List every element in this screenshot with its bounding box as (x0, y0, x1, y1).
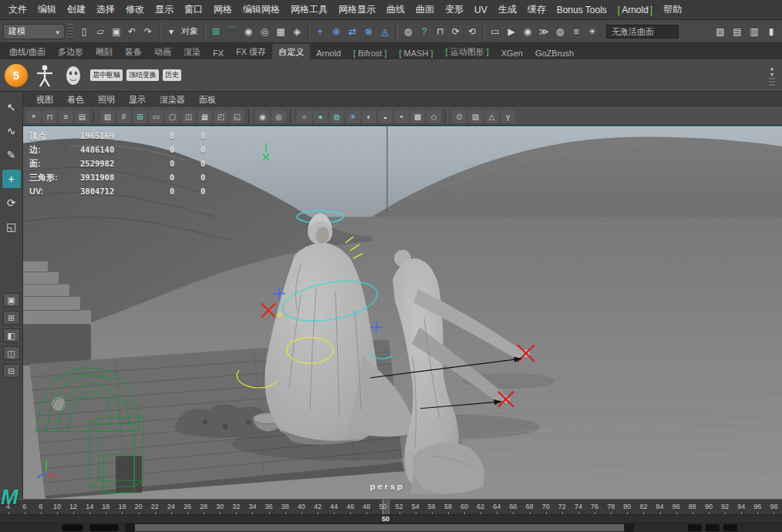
frame-tick[interactable]: 22 (147, 500, 163, 514)
highlight-selection-icon[interactable]: ◍ (400, 24, 416, 39)
frame-tick[interactable]: 38 (277, 500, 293, 514)
shelf-tab[interactable]: 雕刻 (89, 44, 119, 59)
bookmarks-icon[interactable]: ▤ (75, 110, 89, 123)
modeling-toolkit-icon[interactable]: ▧ (713, 24, 728, 39)
shelf-scroll-up-icon[interactable]: ▲ (770, 66, 775, 71)
menu-item[interactable]: 曲线 (381, 3, 410, 16)
frame-tick[interactable]: 78 (603, 500, 619, 514)
film-gate-icon[interactable]: ▭ (149, 110, 163, 123)
range-start-handle[interactable] (125, 524, 135, 532)
isolate-select-icon[interactable]: ⊙ (452, 110, 467, 123)
shelf-tab[interactable]: GoZBrush (529, 46, 580, 59)
menu-item[interactable]: 帮助 (658, 3, 687, 16)
new-scene-icon[interactable]: ▯ (76, 24, 92, 39)
safe-title-icon[interactable]: ◱ (230, 110, 244, 123)
frame-tick[interactable]: 84 (652, 500, 668, 514)
resolution-gate-icon[interactable]: ▢ (165, 110, 180, 123)
frame-tick[interactable]: 66 (505, 500, 521, 514)
render-sequence-icon[interactable]: ≫ (536, 24, 551, 39)
frame-tick[interactable]: 92 (717, 500, 733, 514)
frame-tick[interactable]: 98 (766, 500, 782, 514)
frame-tick[interactable]: 90 (700, 500, 716, 514)
panel-menu-item[interactable]: 显示 (122, 94, 153, 106)
motion-blur-icon[interactable]: ◓ (394, 110, 409, 123)
depth-of-field-icon[interactable]: ◇ (426, 110, 441, 123)
save-scene-icon[interactable]: ▣ (109, 24, 124, 39)
selection-mode-label[interactable]: 对象 (181, 25, 198, 37)
menu-item[interactable]: UV (469, 5, 493, 15)
playback-option-button[interactable] (706, 524, 720, 531)
frame-tick[interactable]: 10 (49, 500, 65, 514)
menu-item[interactable]: 显示 (150, 3, 179, 16)
shelf-script-button[interactable]: 居中枢轴 (90, 69, 123, 80)
smooth-shade-icon[interactable]: ● (313, 110, 328, 123)
field-chart-icon[interactable]: ▦ (197, 110, 212, 123)
layout-persp-top[interactable]: ◫ (3, 346, 20, 360)
frame-tick[interactable]: 32 (228, 500, 244, 514)
menu-item[interactable]: 生成 (493, 3, 522, 16)
frame-tick[interactable]: 34 (244, 500, 261, 514)
frame-tick[interactable]: 30 (212, 500, 228, 514)
panel-menu-item[interactable]: 视图 (29, 94, 60, 106)
arnold-render-icon[interactable]: ◍ (552, 24, 568, 39)
menu-item[interactable]: 文件 (3, 3, 32, 16)
soft-select-icon[interactable]: ⊗ (361, 24, 376, 39)
frame-tick[interactable]: 8 (32, 500, 49, 514)
frame-tick[interactable]: 56 (423, 500, 440, 514)
input-connections-icon[interactable]: + (312, 24, 328, 39)
screen-space-ao-icon[interactable]: ◒ (378, 110, 393, 123)
current-frame-marker[interactable] (383, 500, 389, 514)
snap-to-grid-icon[interactable]: ⊞ (208, 24, 224, 39)
x-ray-icon[interactable]: ▨ (468, 110, 483, 123)
frame-tick[interactable]: 72 (554, 500, 570, 514)
menu-item[interactable]: 修改 (120, 3, 150, 16)
panel-menu-item[interactable]: 面板 (192, 94, 223, 106)
menu-item[interactable]: 网格显示 (333, 3, 381, 16)
face-mask-shelf-button[interactable] (62, 63, 85, 88)
shelf-tab[interactable]: 自定义 (272, 44, 310, 59)
panel-menu-item[interactable]: 照明 (91, 94, 122, 106)
camera-label[interactable]: persp (370, 482, 405, 491)
output-connections-icon[interactable]: ⊕ (329, 24, 344, 39)
menu-set-dropdown[interactable]: 建模 (3, 24, 65, 39)
shelf-scroll-down-icon[interactable]: ▼ (770, 72, 775, 77)
attribute-editor-icon[interactable]: ▤ (730, 24, 745, 39)
scale-tool[interactable]: ◱ (2, 217, 21, 236)
shelf-tab[interactable]: MASH (393, 46, 439, 59)
frame-tick[interactable]: 12 (66, 500, 82, 514)
symmetry-icon[interactable]: ⇄ (345, 24, 360, 39)
shelf-tab[interactable]: FX 缓存 (230, 44, 272, 59)
frame-tick[interactable]: 60 (457, 500, 473, 514)
shelf-tab[interactable]: 装备 (119, 44, 148, 59)
layout-persp-outliner[interactable]: ◧ (3, 328, 20, 342)
shelf-tab[interactable]: 曲线/曲面 (3, 44, 52, 59)
selection-mask-icon[interactable]: ▾ (163, 24, 179, 39)
textured-icon[interactable]: ◍ (329, 110, 344, 123)
menu-item[interactable]: Arnold (612, 5, 658, 15)
frame-tick[interactable]: 68 (521, 500, 538, 514)
frame-tick[interactable]: 24 (163, 500, 179, 514)
shadows-icon[interactable]: ◐ (362, 110, 376, 123)
frame-tick[interactable]: 16 (98, 500, 114, 514)
use-all-lights-icon[interactable]: ☀ (345, 110, 360, 123)
move-tool[interactable]: + (2, 170, 21, 188)
frame-tick[interactable]: 18 (114, 500, 130, 514)
frame-tick[interactable]: 44 (326, 500, 342, 514)
open-scene-icon[interactable]: ▱ (93, 24, 108, 39)
frame-tick[interactable]: 46 (342, 500, 359, 514)
panel-menu-item[interactable]: 渲染器 (153, 94, 192, 106)
wireframe-icon[interactable]: ○ (297, 110, 312, 123)
paint-select-tool[interactable]: ✎ (2, 146, 21, 164)
frame-tick[interactable]: 74 (570, 500, 586, 514)
menu-item[interactable]: 曲面 (410, 3, 440, 16)
exposure-icon[interactable]: △ (484, 110, 499, 123)
frame-tick[interactable]: 94 (733, 500, 750, 514)
snap-to-projected-center-icon[interactable]: ◎ (257, 24, 272, 39)
frame-tick[interactable]: 26 (179, 500, 195, 514)
menu-item[interactable]: 编辑网格 (238, 3, 285, 16)
shelf-tab[interactable]: Bifrost (347, 46, 393, 59)
viewport-panel[interactable]: 顶点: 1965169 0 0 边: 4486140 0 0 (23, 126, 782, 499)
frame-tick[interactable]: 88 (684, 500, 700, 514)
frame-selected-icon[interactable]: ◎ (271, 110, 286, 123)
render-settings-icon[interactable]: ≡ (568, 24, 584, 39)
